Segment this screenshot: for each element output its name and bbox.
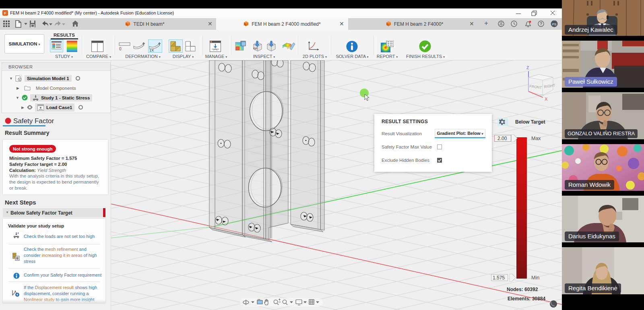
svg-text:?: ? [540, 22, 542, 26]
svg-text:1X: 1X [149, 48, 154, 52]
svg-text:xyz: xyz [253, 47, 258, 50]
svg-text:F: F [4, 11, 6, 15]
svg-text:X: X [545, 97, 548, 101]
svg-text:0: 0 [119, 47, 122, 51]
svg-text:PS: PS [552, 23, 557, 26]
svg-text:Z: Z [526, 65, 529, 70]
